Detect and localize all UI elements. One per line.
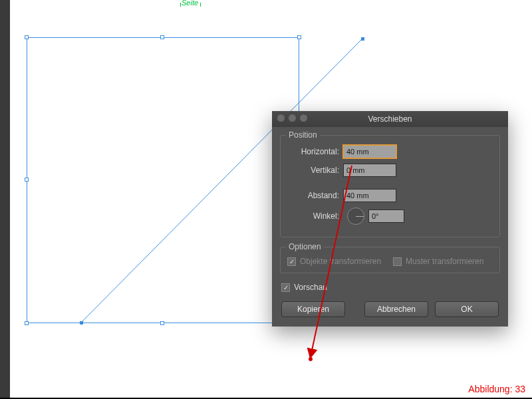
checkbox-icon: ✓ xyxy=(287,257,296,266)
resize-handle-top-right[interactable] xyxy=(297,35,301,39)
dialog-title: Verschieben xyxy=(368,114,412,124)
figure-caption: Abbildung: 33 xyxy=(468,384,525,394)
workspace-left-strip xyxy=(0,0,10,398)
horizontal-input[interactable]: 40 mm xyxy=(343,145,396,158)
anchor-point[interactable] xyxy=(361,37,364,41)
move-dialog: Verschieben Position Horizontal: 40 mm V… xyxy=(272,111,508,327)
ruler-tick xyxy=(180,3,181,7)
checkbox-icon: ✓ xyxy=(281,283,290,292)
resize-handle-top-left[interactable] xyxy=(25,35,29,39)
checkbox-label: Vorschau xyxy=(294,283,327,292)
checkbox-label: Muster transformieren xyxy=(406,257,483,266)
resize-handle-top-middle[interactable] xyxy=(160,35,164,39)
ok-button[interactable]: OK xyxy=(435,301,499,317)
options-group: Optionen ✓ Objekte transformieren ✓ Must… xyxy=(280,247,500,273)
window-controls xyxy=(277,114,307,122)
resize-handle-bottom-left[interactable] xyxy=(25,321,29,325)
transform-objects-checkbox[interactable]: ✓ Objekte transformieren xyxy=(287,257,381,266)
angle-input[interactable]: 0° xyxy=(368,209,404,223)
preview-checkbox[interactable]: ✓ Vorschau xyxy=(281,283,499,292)
anchor-point[interactable] xyxy=(80,321,83,325)
dialog-titlebar[interactable]: Verschieben xyxy=(272,111,508,127)
distance-input[interactable]: 40 mm xyxy=(343,189,396,202)
checkbox-icon: ✓ xyxy=(393,257,402,266)
position-group: Position Horizontal: 40 mm Vertikal: 0 m… xyxy=(280,135,500,237)
resize-handle-bottom-middle[interactable] xyxy=(160,321,164,325)
dialog-button-row: Kopieren Abbrechen OK xyxy=(280,301,500,317)
minimize-icon[interactable] xyxy=(289,114,296,122)
checkbox-label: Objekte transformieren xyxy=(300,257,381,266)
selection-bounding-box[interactable] xyxy=(27,37,299,323)
horizontal-label: Horizontal: xyxy=(287,147,339,156)
group-label: Optionen xyxy=(286,242,324,251)
group-label: Position xyxy=(286,130,320,140)
angle-dial[interactable] xyxy=(347,207,364,225)
distance-label: Abstand: xyxy=(287,191,339,200)
close-icon[interactable] xyxy=(277,114,285,122)
ruler-origin-label: Seite xyxy=(182,0,198,7)
copy-button[interactable]: Kopieren xyxy=(281,301,345,317)
angle-label: Winkel: xyxy=(287,211,339,221)
transform-patterns-checkbox[interactable]: ✓ Muster transformieren xyxy=(393,257,483,266)
vertical-label: Vertikal: xyxy=(287,166,339,175)
ruler-tick xyxy=(200,3,201,7)
resize-handle-middle-left[interactable] xyxy=(25,178,29,182)
vertical-input[interactable]: 0 mm xyxy=(343,164,396,177)
zoom-icon[interactable] xyxy=(300,114,307,122)
cancel-button[interactable]: Abbrechen xyxy=(364,301,428,317)
